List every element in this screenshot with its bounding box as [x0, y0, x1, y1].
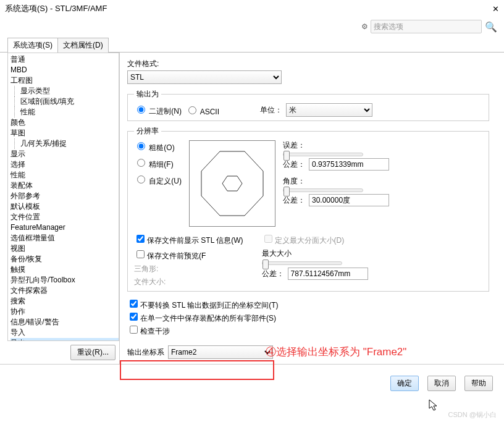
tree-item[interactable]: 异型孔向导/Toolbox — [10, 275, 119, 285]
angle-slider[interactable] — [283, 188, 363, 192]
tolerance2-input[interactable] — [309, 194, 389, 206]
check-checkbox[interactable]: 检查干涉 — [127, 327, 170, 335]
define-max-checkbox: 定义最大分面大小(D) — [262, 233, 368, 246]
tree-item[interactable]: 装配体 — [10, 180, 119, 191]
filesize-label: 文件大小: — [134, 277, 243, 287]
preview-box — [189, 140, 275, 227]
tree-item[interactable]: 性能 — [10, 107, 119, 117]
tree-item[interactable]: 工程图 — [10, 75, 119, 86]
tree-item[interactable]: 文件位置 — [10, 212, 119, 222]
show-stl-checkbox[interactable]: 保存文件前显示 STL 信息(W) — [134, 233, 243, 246]
resolution-label: 分辨率 — [134, 126, 161, 137]
tree-item[interactable]: 显示 — [10, 149, 119, 159]
tolerance3-input[interactable] — [288, 268, 368, 280]
deviation-slider[interactable] — [283, 153, 363, 156]
coarse-radio[interactable]: 粗糙(O) — [134, 140, 182, 153]
annotation-text: ④选择输出坐标系为 "Frame2" — [266, 345, 406, 359]
search-icon[interactable]: 🔍 — [484, 20, 498, 33]
svg-marker-0 — [201, 151, 263, 216]
octagon-icon — [195, 146, 269, 221]
title-bar: 系统选项(S) - STL/3MF/AMF ✕ — [0, 0, 504, 17]
tree-item[interactable]: 草图 — [10, 128, 119, 138]
ok-button[interactable]: 确定 — [390, 376, 419, 391]
tree-item[interactable]: 协作 — [10, 306, 119, 317]
file-format-select[interactable]: STL — [127, 70, 282, 84]
cancel-button[interactable]: 取消 — [427, 376, 456, 391]
tree-item[interactable]: 颜色 — [10, 117, 119, 128]
tree-item[interactable]: 选择 — [10, 159, 119, 170]
tree-item[interactable]: 区域剖面线/填充 — [10, 96, 119, 107]
tabs: 系统选项(S) 文档属性(D) — [0, 37, 504, 53]
watermark: CSDN @锅小白 — [448, 410, 497, 420]
tree-item[interactable]: 文件探索器 — [10, 285, 119, 296]
tree-item[interactable]: 性能 — [10, 170, 119, 180]
angle-label: 角度： — [283, 176, 389, 187]
help-button[interactable]: 帮助 — [464, 376, 493, 391]
tree-item[interactable]: 外部参考 — [10, 191, 119, 201]
custom-radio[interactable]: 自定义(U) — [134, 174, 182, 187]
tolerance2-label: 公差： — [283, 195, 305, 206]
tolerance1-input[interactable] — [309, 158, 389, 171]
reset-button[interactable]: 重设(R)... — [70, 345, 116, 360]
tree-item[interactable]: 默认模板 — [10, 201, 119, 212]
preview-checkbox[interactable]: 保存文件前预览(F — [134, 248, 243, 261]
tolerance1-label: 公差： — [283, 159, 305, 170]
tab-doc-properties[interactable]: 文档属性(D) — [57, 38, 109, 53]
tab-system-options[interactable]: 系统选项(S) — [7, 38, 58, 53]
dialog-footer: 确定 取消 帮助 — [0, 365, 504, 391]
tree-item[interactable]: 选值框增量值 — [10, 233, 119, 243]
cursor-icon — [429, 399, 439, 411]
tolerance3-label: 公差： — [262, 269, 284, 279]
tree-item[interactable]: 导入 — [10, 327, 119, 338]
unit-label: 单位： — [260, 105, 282, 116]
tree-item[interactable]: MBD — [10, 65, 119, 75]
tree-item[interactable]: 显示类型 — [10, 86, 119, 96]
triangles-label: 三角形: — [134, 264, 243, 274]
max-size-slider[interactable] — [262, 261, 342, 265]
tree-item[interactable]: 搜索 — [10, 296, 119, 306]
fine-radio[interactable]: 精细(F) — [134, 157, 182, 170]
svg-marker-1 — [222, 176, 242, 191]
unit-select[interactable]: 米 — [286, 103, 372, 117]
output-as-group: 输出为 二进制(N) ASCII 单位： 米 — [127, 89, 489, 121]
tree-item[interactable]: 信息/错误/警告 — [10, 317, 119, 327]
deviation-label: 误差： — [283, 140, 389, 151]
coord-system-label: 输出坐标系 — [127, 347, 164, 358]
no-transform-checkbox[interactable]: 不要转换 STL 输出数据到正的坐标空间(T) — [127, 301, 279, 310]
ascii-radio[interactable]: ASCII — [185, 104, 219, 116]
tree-item[interactable]: 普通 — [10, 54, 119, 65]
category-tree[interactable]: 普通MBD工程图显示类型区域剖面线/填充性能颜色草图几何关系/捕捉显示选择性能装… — [7, 53, 119, 341]
tree-item[interactable]: 几何关系/捕捉 — [10, 138, 119, 149]
window-title: 系统选项(S) - STL/3MF/AMF — [5, 3, 107, 14]
max-size-label: 最大大小 — [262, 248, 368, 259]
options-pane: 文件格式: STL 输出为 二进制(N) ASCII 单位： 米 分辨率 粗糙(… — [120, 53, 504, 364]
output-as-label: 输出为 — [134, 89, 161, 99]
tree-item[interactable]: 视图 — [10, 243, 119, 254]
close-icon[interactable]: ✕ — [492, 4, 499, 14]
gear-icon[interactable]: ⚙ — [361, 22, 368, 31]
search-input[interactable]: 搜索选项 — [371, 20, 482, 33]
tree-item[interactable]: 触摸 — [10, 264, 119, 275]
tree-item[interactable]: 备份/恢复 — [10, 254, 119, 264]
file-format-label: 文件格式: — [127, 59, 489, 69]
resolution-group: 分辨率 粗糙(O) 精细(F) 自定义(U) 误差： 公差： — [127, 126, 489, 292]
binary-radio[interactable]: 二进制(N) — [134, 104, 182, 117]
single-file-checkbox[interactable]: 在单一文件中保存装配体的所有零部件(S) — [127, 314, 276, 323]
search-bar: ⚙ 搜索选项 🔍 — [0, 17, 504, 36]
coord-system-select[interactable]: Frame2 — [168, 345, 273, 359]
tree-item[interactable]: FeatureManager — [10, 222, 119, 233]
